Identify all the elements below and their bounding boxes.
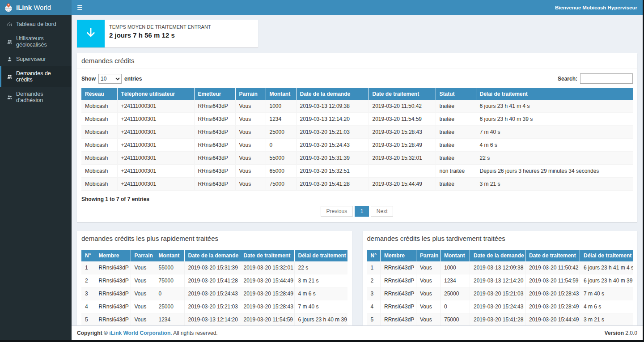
column-header[interactable]: Date de la demande [184,250,240,261]
column-header[interactable]: Date de la demande [470,250,525,261]
down-arrow-icon [77,20,105,47]
table-cell: 2019-03-20 15:32:51 [296,165,369,178]
table-cell: traitée [436,178,476,191]
sidebar-item-label: Utilisateurs géolocalisés [16,35,68,48]
table-cell: 2019-03-20 15:41:28 [296,178,369,191]
table-cell: 75000 [441,313,470,326]
table-cell: 25000 [155,300,184,313]
company-link[interactable]: iLink World Corporation [109,330,170,336]
column-header[interactable]: Parrain [235,88,266,100]
table-cell: RRnsi643dP [95,300,131,313]
search-control: Search: [558,73,633,84]
sidebar-menu: Tableau de bord Utilisateurs géolocalisé… [0,15,72,107]
table-row: Mobicash+24111000301RRnsi643dPVous250002… [81,126,633,139]
table-row: 2RRnsi643dPVous750002019-03-20 15:41:282… [81,274,347,287]
sidebar-item-demandes-de-credits[interactable]: Demandes de crédits [0,66,72,87]
pagination: Previous 1 Next [81,206,633,217]
copyright-label: Copyright © [77,330,109,336]
supervisor-icon [7,56,13,62]
table-row: Mobicash+24111000301RRnsi643dPVous100020… [81,100,633,113]
table-cell: 2019-03-20 15:31:39 [184,261,240,274]
credits-panel-title: demandes crédits [77,53,637,68]
info-box-title: TEMPS MOYEN DE TRAITEMENT ENTRANT [109,24,211,30]
table-row: 5RRnsi643dPVous750002019-03-20 15:41:282… [367,313,633,326]
page-length-control: Show 10 entries [81,74,142,84]
table-cell: 2019-03-20 15:44:49 [369,178,436,191]
pagination-next-button[interactable]: Next [371,206,394,217]
fastest-table: N°MembreParrainMontantDate de la demande… [81,250,347,325]
table-cell: 7 m 40 s [294,300,347,313]
table-cell: 22 s [294,261,347,274]
membership-requests-icon [7,94,13,100]
table-cell: RRnsi643dP [381,274,416,287]
table-row: 3RRnsi643dPVous02019-03-20 15:24:432019-… [81,287,347,300]
column-header[interactable]: N° [81,250,95,261]
table-cell: RRnsi643dP [95,287,131,300]
column-header[interactable]: Réseau [81,88,117,100]
column-header[interactable]: Date de traitement [525,250,580,261]
column-header[interactable]: Montant [155,250,184,261]
table-cell: 2019-03-13 12:14:20 [296,113,369,126]
sidebar-item-tableau-de-bord[interactable]: Tableau de bord [0,17,72,31]
pagination-page-1-button[interactable]: 1 [355,206,369,217]
pagination-previous-button[interactable]: Previous [321,206,353,217]
sidebar-toggle-hamburger-icon[interactable]: ☰ [77,4,83,11]
entries-label: entries [124,76,142,82]
table-cell: Vous [131,287,155,300]
table-row: 3RRnsi643dPVous250002019-03-20 15:21:032… [367,287,633,300]
column-header[interactable]: Délai de traitement [476,88,633,100]
sidebar-item-utilisateurs-geolocalises[interactable]: Utilisateurs géolocalisés [0,31,72,52]
column-header[interactable]: Statut [436,88,476,100]
fastest-panel-title: demandes crédits les plus rapidement tra… [77,231,352,246]
slowest-processed-panel: demandes crédits les plus tardivement tr… [363,231,638,325]
column-header[interactable]: N° [367,250,381,261]
column-header[interactable]: Délai de traitement [294,250,347,261]
table-cell: 22 s [476,152,633,165]
table-cell: Vous [416,287,441,300]
table-cell: 6 jours 23 h 41 m 4 s [476,100,633,113]
table-cell: 0 [155,287,184,300]
table-row: 4RRnsi643dPVous250002019-03-20 15:21:032… [81,300,347,313]
table-cell: Vous [235,165,266,178]
welcome-user-menu[interactable]: Bienvenue Mobicash Hyperviseur [555,5,637,10]
sidebar-item-label: Tableau de bord [16,21,56,27]
top-navbar: ☰ Bienvenue Mobicash Hyperviseur [72,0,643,15]
column-header[interactable]: Téléphone utilisateur [117,88,194,100]
version-label: Version [605,330,624,336]
sidebar-item-superviseur[interactable]: Superviseur [0,52,72,66]
table-cell: +24111000301 [117,178,194,191]
table-row: Mobicash+24111000301RRnsi643dPVous750002… [81,178,633,191]
column-header[interactable]: Membre [381,250,416,261]
table-cell: Depuis 26 jours 3 heures 29 minutes 34 s… [476,165,633,178]
column-header[interactable]: Parrain [131,250,155,261]
column-header[interactable]: Montant [266,88,296,100]
version-text: Version 2.0.0 [605,330,637,336]
table-cell: 2 [367,274,381,287]
column-header[interactable]: Délai de traitement [580,250,633,261]
table-cell: 7 m 40 s [476,126,633,139]
column-header[interactable]: Emetteur [194,88,235,100]
column-header[interactable]: Parrain [416,250,441,261]
table-cell: +24111000301 [117,113,194,126]
table-cell: 1234 [441,274,470,287]
sidebar-item-demandes-d-adhesion[interactable]: Demandes d'adhésion [0,87,72,107]
page-length-select[interactable]: 10 [98,74,122,84]
table-cell: traitée [436,152,476,165]
table-row: Mobicash+24111000301RRnsi643dPVous650002… [81,165,633,178]
credits-panel-body: Show 10 entries Search: Rése [77,68,637,222]
column-header[interactable]: Montant [441,250,470,261]
fastest-panel-body: N°MembreParrainMontantDate de la demande… [77,246,352,325]
sidebar: iLink World Tableau de bord Utilisateurs… [0,0,72,340]
table-cell: 2019-03-20 15:44:49 [240,274,294,287]
column-header[interactable]: Date de traitement [369,88,436,100]
column-header[interactable]: Date de traitement [240,250,294,261]
table-cell: 75000 [155,274,184,287]
brand-logo[interactable]: iLink World [0,0,72,15]
column-header[interactable]: Date de la demande [296,88,369,100]
table-cell: 1000 [441,261,470,274]
column-header[interactable]: Membre [95,250,131,261]
search-input[interactable] [580,73,633,84]
table-cell: RRnsi643dP [194,100,235,113]
table-cell: 3 [367,287,381,300]
table-cell: RRnsi643dP [194,139,235,152]
